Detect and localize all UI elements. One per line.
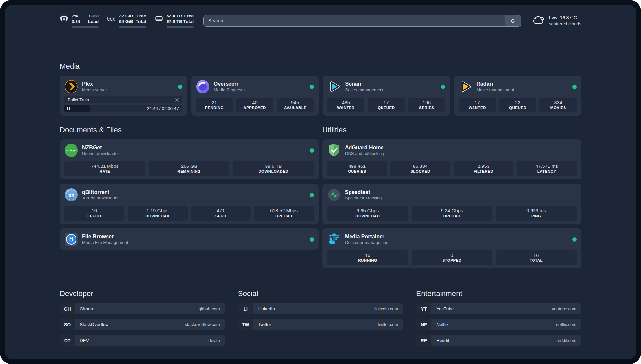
stat-value: 2,953 bbox=[455, 164, 512, 169]
stat-box: 86,384 BLOCKED bbox=[390, 161, 450, 176]
link-url: stackoverflow.com bbox=[185, 322, 220, 327]
card-filebrowser-header: File Browser Media File Management bbox=[64, 232, 314, 246]
weather-widget[interactable]: Lviv, 16.87°C scattered clouds bbox=[531, 13, 581, 28]
radarr-name: Radarr bbox=[476, 81, 514, 87]
card-speedtest[interactable]: Speedtest Speedtest Tracking 9.65 Gbps D… bbox=[322, 184, 581, 224]
stat-value: 9.65 Gbps bbox=[328, 208, 407, 213]
card-nzbget[interactable]: nzbget NZBGet Usenet downloader 744.21 M… bbox=[60, 139, 319, 179]
search-input[interactable] bbox=[204, 18, 505, 23]
overseerr-status-dot bbox=[310, 85, 314, 89]
memory-free-value: 22 GiB bbox=[119, 14, 133, 19]
stat-box: 945 AVAILABLE bbox=[277, 98, 314, 112]
card-filebrowser[interactable]: File Browser Media File Management bbox=[60, 228, 319, 250]
card-radarr[interactable]: Radarr Movie management 17 WANTED 22 QUE… bbox=[454, 76, 581, 116]
pause-icon[interactable] bbox=[67, 107, 70, 110]
card-speedtest-titles: Speedtest Speedtest Tracking bbox=[345, 189, 382, 201]
stat-box: 17 WANTED bbox=[459, 98, 496, 112]
sonarr-description: Series management bbox=[345, 87, 383, 93]
stat-label: LATENCY bbox=[518, 169, 575, 173]
stat-label: DOWNLOAD bbox=[129, 214, 186, 218]
stat-label: QUEUED bbox=[501, 106, 535, 110]
stat-box: 0.993 ms PING bbox=[496, 206, 577, 221]
card-qbittorrent[interactable]: qb qBittorrent Torrent downloader 16 LEE… bbox=[60, 184, 319, 224]
link-row-linkedin[interactable]: LI LinkedIn linkedin.com bbox=[238, 303, 403, 314]
plex-status-dot bbox=[178, 85, 182, 89]
card-qbittorrent-titles: qBittorrent Torrent downloader bbox=[82, 189, 119, 201]
link-row-twitter[interactable]: TW Twitter twitter.com bbox=[238, 319, 403, 330]
stat-box: 0 STOPPED bbox=[412, 250, 493, 265]
link-row-netflix[interactable]: NF Netflix netflix.com bbox=[416, 319, 581, 330]
stat-value: 618.52 Mbps bbox=[255, 208, 313, 213]
qbittorrent-name: qBittorrent bbox=[82, 189, 119, 196]
adguard-stats: 498,461 QUERIES 86,384 BLOCKED 2,953 FIL… bbox=[327, 161, 577, 176]
dashboard-app: 7%CPU 3.24Load 22 GiBFree 64 GiBTotal bbox=[5, 5, 636, 359]
utilities-stack: AdGuard Home DNS and adblocking 498,461 … bbox=[322, 139, 581, 268]
stat-value: 16 bbox=[66, 208, 123, 213]
stat-value: 17 bbox=[369, 100, 404, 105]
card-nzbget-titles: NZBGet Usenet downloader bbox=[82, 144, 119, 156]
stat-value: 498,461 bbox=[328, 164, 386, 169]
stat-value: 16 bbox=[328, 253, 407, 258]
card-radarr-header: Radarr Movie management bbox=[459, 80, 577, 94]
header-divider bbox=[60, 36, 581, 36]
nzbget-name: NZBGet bbox=[82, 144, 119, 151]
link-row-reddit[interactable]: RE Reddit reddit.com bbox=[416, 335, 581, 346]
link-name: LinkedIn bbox=[258, 306, 275, 311]
portainer-description: Container management bbox=[345, 240, 390, 245]
card-filebrowser-titles: File Browser Media File Management bbox=[82, 233, 128, 245]
link-url: netflix.com bbox=[556, 322, 576, 327]
cpu-stat-widget: 7%CPU 3.24Load bbox=[60, 14, 99, 28]
stat-box: 16 TOTAL bbox=[496, 250, 577, 265]
stat-box: 40 APPROVED bbox=[236, 98, 273, 112]
section-developer: Developer GH Github github.com SO StackO… bbox=[60, 289, 225, 351]
section-title-developer: Developer bbox=[60, 289, 225, 298]
link-row-stackoverflow[interactable]: SO StackOverflow stackoverflow.com bbox=[60, 319, 225, 330]
stat-box: 498,461 QUERIES bbox=[327, 161, 387, 176]
stat-value: 22 bbox=[501, 100, 535, 105]
link-row-dev[interactable]: DT DEV dev.to bbox=[60, 335, 225, 346]
search-engine-button[interactable]: G bbox=[505, 15, 521, 26]
stat-label: MOVIES bbox=[541, 106, 575, 110]
stat-value: 266 GB bbox=[150, 164, 229, 169]
stat-label: AVAILABLE bbox=[278, 106, 313, 110]
section-title-utilities: Utilities bbox=[322, 126, 581, 134]
sonarr-name: Sonarr bbox=[345, 81, 383, 87]
documents-stack: nzbget NZBGet Usenet downloader 744.21 M… bbox=[60, 139, 319, 250]
adguard-icon bbox=[327, 143, 341, 157]
card-plex[interactable]: Plex Media server Bullet Train bbox=[60, 76, 187, 116]
stat-value: 17 bbox=[460, 100, 495, 105]
plex-name: Plex bbox=[82, 81, 107, 87]
stat-box: 2,953 FILTERED bbox=[454, 161, 514, 176]
stat-label: SEED bbox=[192, 214, 250, 218]
card-sonarr[interactable]: Sonarr Series management 485 WANTED 17 Q… bbox=[323, 76, 450, 116]
session-settings-icon[interactable] bbox=[174, 97, 180, 103]
stat-label: RATE bbox=[66, 169, 144, 173]
stat-label: PING bbox=[497, 214, 575, 218]
sonarr-icon bbox=[327, 80, 341, 94]
link-body: DEV dev.to bbox=[75, 335, 225, 346]
overseerr-stats: 21 PENDING 40 APPROVED 945 AVAILABLE bbox=[196, 98, 314, 112]
stat-value: 945 bbox=[278, 100, 313, 105]
plex-now-playing-row: Bullet Train bbox=[64, 96, 182, 103]
links-grid: Developer GH Github github.com SO StackO… bbox=[60, 289, 581, 351]
cpu-load-label: Load bbox=[88, 19, 99, 24]
adguard-description: DNS and adblocking bbox=[345, 151, 384, 156]
link-row-github[interactable]: GH Github github.com bbox=[60, 303, 225, 314]
card-portainer[interactable]: Media Portainer Container management 16 … bbox=[322, 228, 581, 268]
cpu-load-value: 3.24 bbox=[72, 19, 80, 24]
disk-stat-text: 52.4 TBFree 97.9 TBTotal bbox=[167, 14, 194, 24]
link-url: dev.to bbox=[208, 338, 220, 343]
stat-box: 9.24 Gbps UPLOAD bbox=[412, 206, 493, 221]
media-grid: Plex Media server Bullet Train bbox=[60, 76, 581, 116]
card-nzbget-header: nzbget NZBGet Usenet downloader bbox=[64, 143, 314, 157]
nzbget-status-dot bbox=[310, 148, 314, 153]
link-row-youtube[interactable]: YT YouTube youtube.com bbox=[416, 303, 581, 314]
memory-progress-bar bbox=[119, 26, 146, 28]
stat-value: 485 bbox=[329, 100, 363, 105]
stat-label: SERIES bbox=[410, 106, 444, 110]
link-url: github.com bbox=[199, 306, 220, 311]
card-overseerr[interactable]: Overseerr Media Requests 21 PENDING 40 A… bbox=[191, 76, 319, 116]
plex-progress-bar[interactable]: 24:44 / 02:06:47 bbox=[64, 105, 182, 112]
section-social: Social LI LinkedIn linkedin.com TW Twitt… bbox=[238, 289, 403, 351]
card-adguard[interactable]: AdGuard Home DNS and adblocking 498,461 … bbox=[322, 139, 581, 179]
